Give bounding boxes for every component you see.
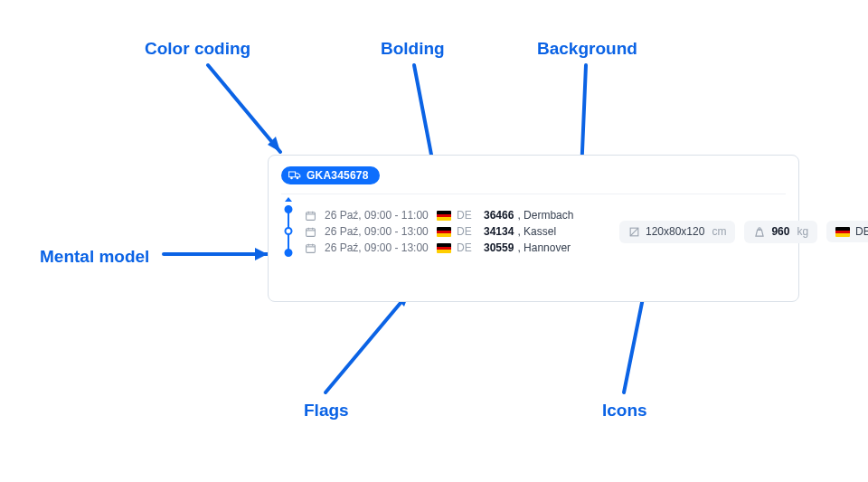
spine-start-arrow	[285, 197, 292, 202]
country-code: DE	[855, 226, 868, 237]
shipment-card: GKA345678 26 Paź, 09:00 - 11:00 DE	[268, 155, 799, 302]
stop-location: 36466, Dermbach	[484, 209, 610, 222]
card-row: 26 Paź, 09:00 - 11:00 DE 36466, Dermbach…	[281, 203, 786, 260]
svg-point-12	[759, 227, 761, 230]
stop-location: 34134, Kassel	[484, 225, 610, 238]
calendar-icon	[305, 242, 319, 254]
weight-unit: kg	[797, 226, 808, 237]
waypoint-dot	[285, 249, 293, 257]
vehicle-badge-text: GKA345678	[307, 170, 369, 181]
flag-de-icon	[437, 227, 451, 237]
weight-icon	[753, 226, 766, 238]
stop-time: 26 Paź, 09:00 - 13:00	[325, 241, 431, 254]
weight-chip: 960 kg	[744, 221, 817, 243]
truck-icon	[288, 170, 301, 181]
stop-country-code: DE	[457, 225, 478, 238]
svg-rect-10	[307, 244, 316, 252]
stop-time: 26 Paź, 09:00 - 13:00	[325, 225, 431, 238]
chips-group: 120x80x120 cm 960 kg DE 2	[619, 221, 868, 243]
svg-rect-9	[307, 228, 316, 236]
waypoint-dot	[285, 205, 293, 213]
diagram-stage: Color coding Bolding Background Mental m…	[0, 0, 868, 482]
route-spine	[281, 203, 296, 260]
stop-country-code: DE	[457, 241, 478, 254]
vehicle-badge: GKA345678	[281, 166, 380, 184]
stops-list: 26 Paź, 09:00 - 11:00 DE 36466, Dermbach…	[305, 209, 610, 254]
calendar-icon	[305, 226, 319, 238]
stop-location: 30559, Hannover	[484, 241, 610, 254]
flag-de-icon	[835, 227, 850, 237]
card-divider	[281, 194, 786, 194]
flag-de-icon	[437, 211, 451, 221]
weight-value: 960	[771, 226, 789, 237]
dimensions-unit: cm	[712, 226, 726, 237]
svg-point-7	[297, 177, 299, 180]
stop-time: 26 Paź, 09:00 - 11:00	[325, 209, 431, 222]
country-chip: DE 2	[826, 221, 868, 242]
calendar-icon	[305, 210, 319, 222]
stop-country-code: DE	[457, 209, 478, 222]
svg-rect-8	[307, 212, 316, 220]
svg-point-6	[290, 177, 293, 180]
flag-de-icon	[437, 243, 451, 253]
waypoint-dot	[285, 227, 293, 235]
dimensions-chip: 120x80x120 cm	[619, 221, 735, 243]
dimensions-value: 120x80x120	[646, 226, 704, 237]
dimensions-icon	[628, 226, 640, 238]
